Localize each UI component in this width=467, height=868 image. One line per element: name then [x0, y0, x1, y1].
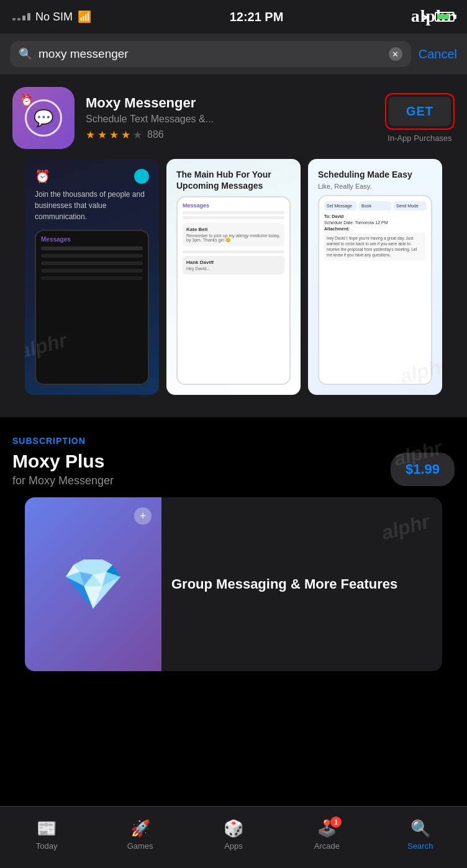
get-button-wrapper: GET In-App Purchases	[385, 93, 455, 143]
screenshots-row: ⏰ Join the thousands of people and busin…	[12, 159, 455, 407]
subscription-for: for Moxy Messenger	[12, 474, 114, 487]
price-text: $1.99	[406, 461, 440, 477]
search-nav-icon: 🔍	[410, 819, 430, 838]
screenshot-2: The Main Hub For Your Upcoming Messages …	[166, 159, 301, 395]
app-name: Moxy Messenger	[86, 95, 374, 111]
games-icon: 🚀	[130, 819, 150, 838]
nav-badge-arcade: 🕹️ 1	[317, 819, 337, 838]
signal-dot-2	[17, 18, 20, 20]
price-button[interactable]: $1.99	[391, 453, 455, 486]
nav-label-today: Today	[36, 841, 58, 851]
get-button-text: GET	[406, 104, 433, 119]
signal-dot-1	[12, 18, 16, 20]
app-subtitle: Schedule Text Messages &...	[86, 114, 374, 125]
subscription-card-inner: + 💎 Group Messaging & More Features	[25, 497, 442, 671]
search-input[interactable]: moxy messenger	[39, 47, 383, 61]
no-sim-label: No SIM	[35, 11, 73, 24]
today-icon: 📰	[37, 819, 57, 838]
screenshot-3: Scheduling Made Easy Like, Really Easy. …	[308, 159, 442, 395]
star-1: ★	[86, 129, 95, 142]
teal-accent-dot	[134, 169, 149, 184]
rating-count: 886	[147, 129, 164, 140]
in-app-purchases-label: In-App Purchases	[388, 133, 451, 143]
nav-item-today[interactable]: 📰 Today	[0, 819, 93, 851]
screenshot-2-title: The Main Hub For Your Upcoming Messages	[176, 169, 291, 191]
subscription-section: alphr SUBSCRIPTION Moxy Plus for Moxy Me…	[0, 417, 467, 684]
status-left: No SIM 📶	[12, 10, 91, 24]
screenshot-3-content: Scheduling Made Easy Like, Really Easy. …	[308, 159, 442, 395]
get-button-container: GET	[385, 93, 455, 130]
wifi-icon: 📶	[78, 10, 91, 24]
chat-bubble-icon: 💬	[34, 109, 53, 128]
stars-row: ★ ★ ★ ★ ★ 886	[86, 129, 374, 142]
signal-dots	[12, 13, 30, 20]
subscription-label: SUBSCRIPTION	[12, 436, 455, 446]
subscription-card-title: Group Messaging & More Features	[171, 575, 397, 594]
battery-fill	[437, 14, 449, 19]
bottom-nav: 📰 Today 🚀 Games 🎲 Apps 🕹️ 1 Arcade 🔍 Sea…	[0, 806, 467, 868]
star-4: ★	[121, 129, 130, 142]
cancel-button[interactable]: Cancel	[419, 47, 457, 61]
subscription-row: Moxy Plus for Moxy Messenger $1.99	[12, 451, 455, 487]
nav-label-search: Search	[407, 841, 433, 851]
main-content: ⏰ 💬 Moxy Messenger Schedule Text Message…	[0, 75, 467, 746]
subscription-card[interactable]: + 💎 Group Messaging & More Features alph…	[25, 497, 442, 671]
signal-dot-4	[27, 13, 30, 20]
screenshot-1-text: Join the thousands of people and busines…	[35, 189, 149, 222]
subscription-card-icon: + 💎	[25, 497, 161, 671]
nav-item-games[interactable]: 🚀 Games	[93, 819, 186, 851]
arcade-badge: 1	[330, 816, 342, 828]
screenshot-3-subtitle: Like, Really Easy.	[318, 183, 432, 190]
signal-dot-3	[22, 16, 25, 20]
nav-label-apps: Apps	[224, 841, 243, 851]
star-3: ★	[109, 129, 119, 142]
nav-label-arcade: Arcade	[314, 841, 340, 851]
app-result-card: ⏰ 💬 Moxy Messenger Schedule Text Message…	[0, 75, 467, 417]
search-input-wrapper[interactable]: 🔍 moxy messenger ✕	[10, 41, 411, 67]
screenshot-3-title: Scheduling Made Easy	[318, 169, 432, 180]
status-bar: No SIM 📶 12:21 PM ➤	[0, 0, 467, 34]
battery-icon	[435, 12, 455, 22]
alarm-icon: ⏰	[35, 169, 149, 184]
app-header: ⏰ 💬 Moxy Messenger Schedule Text Message…	[12, 87, 455, 149]
get-button[interactable]: GET	[389, 97, 451, 126]
app-icon: ⏰ 💬	[12, 87, 75, 149]
status-time: 12:21 PM	[230, 10, 284, 24]
nav-item-apps[interactable]: 🎲 Apps	[187, 819, 280, 851]
nav-item-search[interactable]: 🔍 Search	[374, 819, 467, 851]
search-bar-container: 🔍 moxy messenger ✕ Cancel	[0, 34, 467, 75]
plus-icon: +	[134, 507, 152, 525]
diamond-icon: 💎	[62, 555, 124, 613]
subscription-card-text: Group Messaging & More Features	[161, 497, 407, 671]
search-clear-button[interactable]: ✕	[389, 47, 402, 61]
apps-icon: 🎲	[224, 819, 243, 838]
search-icon: 🔍	[19, 47, 32, 61]
nav-item-arcade[interactable]: 🕹️ 1 Arcade	[280, 819, 373, 851]
app-info: Moxy Messenger Schedule Text Messages &.…	[86, 95, 374, 142]
app-icon-inner: 💬	[25, 99, 62, 137]
star-5-empty: ★	[133, 129, 142, 142]
nav-label-games: Games	[127, 841, 153, 851]
subscription-info: Moxy Plus for Moxy Messenger	[12, 451, 114, 487]
star-2: ★	[97, 129, 107, 142]
subscription-name: Moxy Plus	[12, 451, 114, 472]
screenshot-1-content: ⏰ Join the thousands of people and busin…	[25, 159, 159, 395]
screenshot-1: ⏰ Join the thousands of people and busin…	[25, 159, 159, 395]
screenshot-2-content: The Main Hub For Your Upcoming Messages …	[166, 159, 301, 395]
